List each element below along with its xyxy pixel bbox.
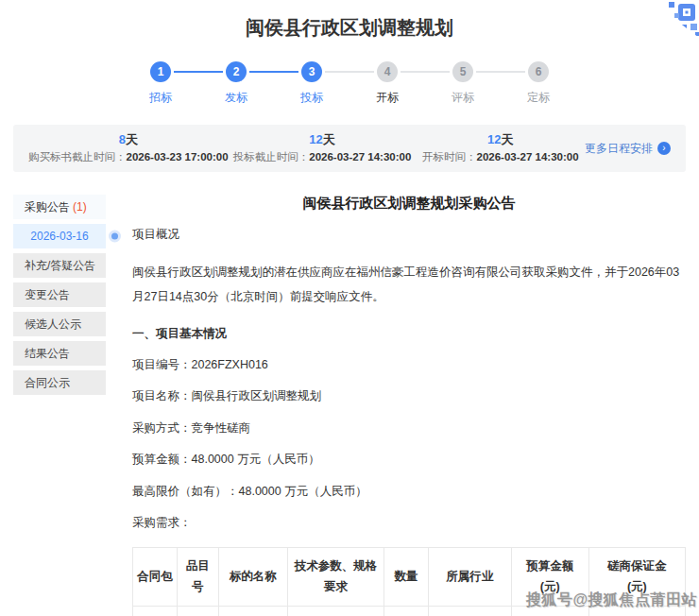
notice-date-label: 2026-03-16 <box>30 230 88 243</box>
milestone-detail: 购买标书截止时间：2026-03-23 17:00:00 <box>28 150 229 164</box>
col-item-number: 品目号 <box>177 548 218 607</box>
cell-item-number: 1-1 <box>177 606 218 616</box>
step-connector <box>249 71 298 73</box>
step-connector <box>401 71 450 73</box>
step-number-badge: 2 <box>226 61 247 82</box>
stepper-step-toubiao: 3 投标 <box>298 61 325 106</box>
days-remaining: 12天 <box>229 132 417 147</box>
cell-subject-name: 闽侯县行政区划调整规划 <box>218 606 287 616</box>
overview-text: 闽侯县行政区划调整规划的潜在供应商应在福州信豪工程造价咨询有限公司获取采购文件，… <box>132 261 686 309</box>
more-schedule-label: 更多日程安排 <box>585 141 653 157</box>
project-number-line: 项目编号：2026FZXH016 <box>132 356 686 374</box>
col-quantity: 数量 <box>384 548 429 607</box>
sidebar-item-label: 补充/答疑公告 <box>25 259 95 272</box>
cell-industry: 其他未列明行业 <box>428 606 511 616</box>
sidebar-item-label: 变更公告 <box>25 288 70 301</box>
page: 闽侯县行政区划调整规划 1 招标 2 发标 3 投标 4 开标 5 评标 6 定… <box>0 0 699 616</box>
body-row: 采购公告(1) 2026-03-16 补充/答疑公告 变更公告 候选人公示 结果… <box>13 195 686 616</box>
sidebar-item-contract-publicity[interactable]: 合同公示 <box>13 370 106 395</box>
overview-heading: 项目概况 <box>132 226 686 244</box>
step-label: 评标 <box>452 90 474 106</box>
milestone-detail: 开标时间：2026-03-27 14:30:00 <box>417 150 585 164</box>
step-connector <box>174 71 223 73</box>
qr-code-corner-icon <box>650 0 699 38</box>
milestone-doc-purchase-deadline: 8天 购买标书截止时间：2026-03-23 17:00:00 <box>28 132 229 164</box>
progress-stepper: 1 招标 2 发标 3 投标 4 开标 5 评标 6 定标 <box>0 61 699 106</box>
step-label: 招标 <box>149 90 172 106</box>
col-tech-specs: 技术参数、规格要求 <box>287 548 384 607</box>
step-number-badge: 1 <box>150 61 171 82</box>
sidebar-item-result-notice[interactable]: 结果公告 <box>13 341 106 366</box>
stepper-step-fabiao: 2 发标 <box>223 61 249 106</box>
procurement-demand-label: 采购需求： <box>132 514 686 532</box>
milestone-bid-opening: 12天 开标时间：2026-03-27 14:30:00 <box>417 132 585 164</box>
col-subject-name: 标的名称 <box>218 548 287 607</box>
schedule-summary-bar: 8天 购买标书截止时间：2026-03-23 17:00:00 12天 投标截止… <box>13 125 686 172</box>
sidebar-item-label: 合同公示 <box>25 376 70 389</box>
max-price-line: 最高限价（如有）：48.0000 万元（人民币） <box>132 483 686 501</box>
col-industry: 所属行业 <box>428 548 511 607</box>
more-schedule-link[interactable]: 更多日程安排 › <box>585 141 671 157</box>
step-number-badge: 4 <box>377 61 398 82</box>
announcement-sidebar: 采购公告(1) 2026-03-16 补充/答疑公告 变更公告 候选人公示 结果… <box>13 195 106 616</box>
step-label: 定标 <box>527 90 550 106</box>
step-connector <box>476 71 525 73</box>
arrow-right-icon: › <box>657 142 671 155</box>
sidebar-item-change-notice[interactable]: 变更公告 <box>13 282 106 307</box>
announcement-title: 闽侯县行政区划调整规划采购公告 <box>132 195 686 213</box>
step-connector <box>325 71 374 73</box>
step-number-badge: 3 <box>301 61 322 82</box>
stepper-step-zhaobiao: 1 招标 <box>147 61 174 106</box>
section-heading: 一、项目基本情况 <box>132 325 686 343</box>
step-number-badge: 6 <box>528 61 549 82</box>
announcement-content: 闽侯县行政区划调整规划采购公告 项目概况 闽侯县行政区划调整规划的潜在供应商应在… <box>132 195 686 616</box>
budget-amount-line: 预算金额：48.0000 万元（人民币） <box>132 451 686 469</box>
col-contract-package: 合同包 <box>133 548 178 607</box>
timeline-dot-icon <box>111 233 118 240</box>
sohu-watermark: 搜狐号@搜狐焦点莆田站 <box>526 590 697 610</box>
step-label: 开标 <box>376 90 399 106</box>
sidebar-item-notice-date[interactable]: 2026-03-16 <box>13 224 106 248</box>
sidebar-item-label: 采购公告 <box>25 200 70 214</box>
sidebar-item-procurement-notice[interactable]: 采购公告(1) <box>13 195 106 219</box>
stepper-step-dingbiao: 6 定标 <box>525 61 552 106</box>
step-label: 投标 <box>300 90 323 106</box>
cell-contract-package: 1 <box>133 606 178 616</box>
sidebar-item-label: 候选人公示 <box>25 317 81 331</box>
cell-tech-specs: 详见第三章《招标内容及要求》 <box>287 606 384 616</box>
days-remaining: 8天 <box>28 132 229 147</box>
procurement-method-line: 采购方式：竞争性磋商 <box>132 419 686 437</box>
project-name-line: 项目名称：闽侯县行政区划调整规划 <box>132 387 686 405</box>
step-number-badge: 5 <box>452 61 473 82</box>
stepper-step-pingbiao: 5 评标 <box>450 61 476 106</box>
sidebar-item-supplement-qa-notice[interactable]: 补充/答疑公告 <box>13 253 106 278</box>
stepper-step-kaibiao: 4 开标 <box>374 61 401 106</box>
step-label: 发标 <box>225 90 247 106</box>
notice-count-badge: (1) <box>73 200 87 214</box>
milestone-detail: 投标截止时间：2026-03-27 14:30:00 <box>229 150 417 164</box>
milestone-bid-deadline: 12天 投标截止时间：2026-03-27 14:30:00 <box>229 132 417 164</box>
cell-quantity: 1项 <box>384 606 429 616</box>
sidebar-item-candidate-publicity[interactable]: 候选人公示 <box>13 312 106 336</box>
sidebar-item-label: 结果公告 <box>25 347 70 360</box>
page-title: 闽侯县行政区划调整规划 <box>0 0 699 41</box>
days-remaining: 12天 <box>417 132 585 147</box>
